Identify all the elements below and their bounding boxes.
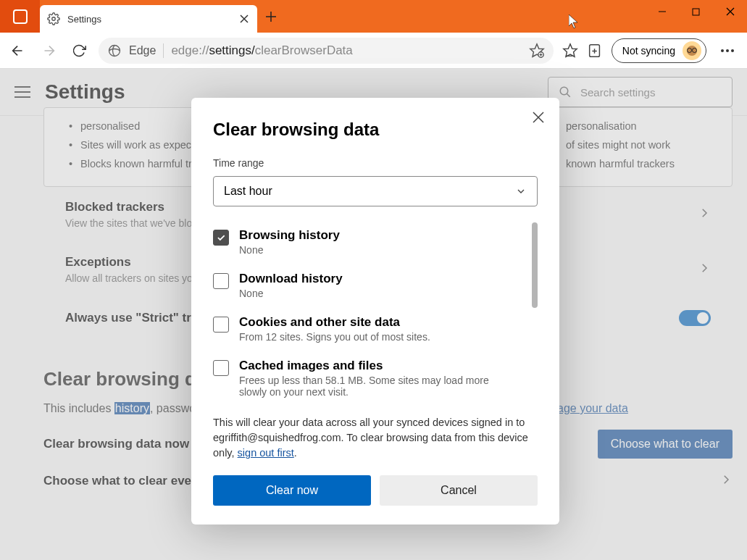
clear-browsing-dialog: Clear browsing data Time range Last hour…	[191, 98, 559, 525]
edge-icon	[107, 43, 122, 58]
item-title: Cookies and other site data	[239, 315, 430, 330]
data-type-item: Download historyNone	[213, 266, 525, 309]
item-title: Download history	[239, 272, 343, 286]
back-button[interactable]	[7, 40, 29, 62]
svg-marker-5	[564, 43, 577, 56]
maximize-button[interactable]	[679, 0, 713, 23]
svg-rect-1	[693, 9, 699, 15]
app-icon-box[interactable]	[0, 0, 40, 33]
mouse-cursor-icon	[569, 14, 579, 32]
minimize-button[interactable]	[645, 0, 679, 23]
tab-title: Settings	[67, 14, 231, 25]
browser-tab[interactable]: Settings	[40, 5, 257, 33]
sync-label: Not syncing	[622, 45, 675, 57]
avatar	[683, 41, 701, 60]
time-range-select[interactable]: Last hour	[213, 176, 538, 206]
time-range-label: Time range	[213, 157, 538, 169]
url-scheme-label: Edge	[129, 44, 156, 57]
clear-now-button[interactable]: Clear now	[213, 475, 371, 506]
item-subtitle: None	[239, 288, 343, 299]
toolbar: Edge edge://settings/clearBrowserData No…	[0, 33, 747, 69]
window-controls	[645, 0, 747, 23]
titlebar: Settings	[0, 0, 747, 33]
checkbox[interactable]	[213, 230, 229, 246]
data-type-list: Browsing historyNoneDownload historyNone…	[213, 222, 538, 408]
settings-page: Settings personalisedpersonalisation Sit…	[0, 69, 747, 560]
svg-point-2	[109, 45, 120, 56]
select-value: Last hour	[224, 185, 272, 198]
sync-note: This will clear your data across all you…	[213, 415, 538, 461]
dialog-close-button[interactable]	[532, 111, 546, 125]
collections-icon[interactable]	[587, 43, 603, 59]
chevron-down-icon	[515, 185, 527, 197]
data-type-item: Browsing historyNone	[213, 222, 525, 266]
refresh-button[interactable]	[68, 40, 90, 62]
item-title: Browsing history	[239, 228, 340, 243]
item-subtitle: None	[239, 244, 340, 256]
close-icon	[532, 111, 545, 124]
sign-out-link[interactable]: sign out first	[238, 447, 294, 459]
close-tab-button[interactable]	[238, 13, 250, 25]
url-separator	[163, 43, 164, 58]
checkbox[interactable]	[213, 360, 229, 376]
close-window-button[interactable]	[713, 0, 747, 23]
plus-icon	[266, 12, 276, 22]
close-icon	[240, 14, 249, 23]
item-subtitle: Frees up less than 58.1 MB. Some sites m…	[239, 375, 507, 398]
data-type-item: Cookies and other site dataFrom 12 sites…	[213, 309, 525, 353]
svg-point-0	[52, 17, 56, 21]
app-icon	[13, 9, 28, 24]
new-tab-button[interactable]	[257, 3, 285, 30]
checkbox[interactable]	[213, 273, 229, 289]
url-text: edge://settings/clearBrowserData	[171, 43, 352, 58]
scrollbar[interactable]	[532, 222, 538, 308]
dialog-buttons: Clear now Cancel	[213, 475, 538, 506]
profile-sync-button[interactable]: Not syncing	[612, 38, 706, 63]
favorites-icon[interactable]	[562, 43, 578, 59]
more-menu-button[interactable]	[715, 49, 740, 52]
item-title: Cached images and files	[239, 359, 507, 373]
data-type-item: Cached images and filesFrees up less tha…	[213, 353, 525, 408]
address-bar[interactable]: Edge edge://settings/clearBrowserData	[99, 38, 554, 64]
forward-button	[38, 40, 59, 62]
cancel-button[interactable]: Cancel	[380, 475, 538, 506]
gear-icon	[47, 12, 60, 25]
checkbox[interactable]	[213, 317, 229, 333]
favorite-icon[interactable]	[529, 43, 545, 59]
item-subtitle: From 12 sites. Signs you out of most sit…	[239, 331, 430, 343]
dialog-title: Clear browsing data	[213, 120, 538, 140]
